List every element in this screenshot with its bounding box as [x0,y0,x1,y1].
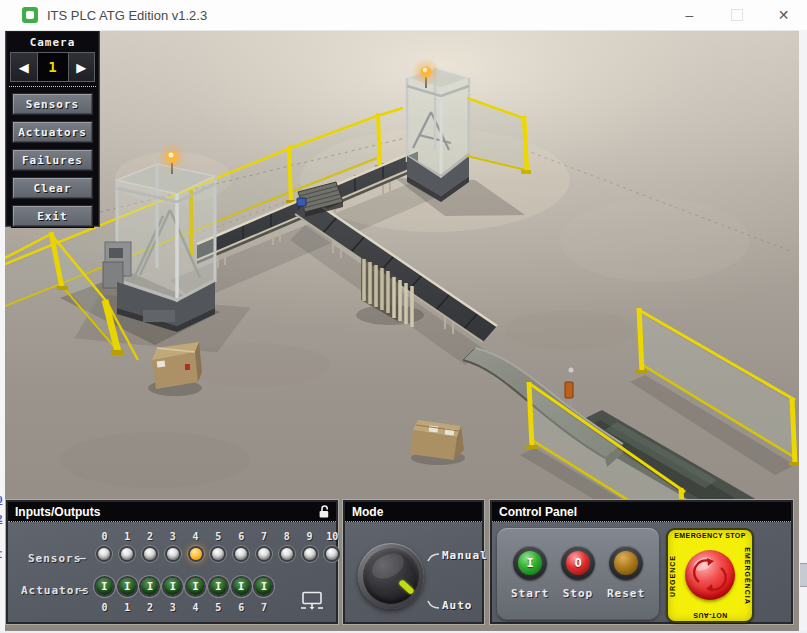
close-button[interactable]: ✕ [760,0,807,30]
reset-button[interactable] [609,546,643,580]
start-button-face: I [518,551,542,575]
sensor-number-cell: 2 [139,531,162,542]
sensor-number: 8 [284,531,290,542]
screen-output-icon[interactable] [300,591,324,614]
sensor-led-cell [253,548,276,560]
sensor-led-3[interactable] [167,548,179,560]
sensors-dash: — [79,552,86,565]
cardboard-box-center [410,420,464,460]
sensor-number-cell: 10 [321,531,344,542]
actuator-led-3[interactable]: I [164,578,181,595]
background-text-fragment: 0 [0,493,3,505]
actuator-led-0[interactable]: I [96,578,113,595]
maximize-button[interactable] [713,0,760,30]
sensor-number: 10 [326,531,338,542]
sensor-number-cell: 9 [298,531,321,542]
background-window-left-sliver: 0 2 r [0,30,5,631]
emergency-stop-plate: EMERGENCY STOP URGENCE EMERGÊNCIA NOT-AU… [666,528,754,623]
reset-button-face [614,551,638,575]
app-icon [22,7,38,23]
auto-tick-mark [427,599,440,610]
camera-panel-button-clear[interactable]: Clear [12,177,93,199]
actuator-number-cell: 4 [184,602,207,613]
sensor-led-4[interactable] [190,548,202,560]
reset-button-label: Reset [607,587,645,600]
sensor-led-0[interactable] [98,548,110,560]
mode-option-auto: Auto [442,599,473,612]
actuator-number-cell: 6 [230,602,253,613]
camera-panel-button-sensors[interactable]: Sensors [12,93,93,115]
sensor-numbers-row: 012345678910 [93,531,344,542]
sensor-number: 4 [193,531,199,542]
actuators-dash: — [79,584,86,597]
sensor-led-cell [116,548,139,560]
stop-button-label: Stop [563,587,594,600]
stop-button[interactable]: O [561,546,595,580]
right-elevator-tower [407,68,469,202]
camera-panel-button-actuators[interactable]: Actuators [12,121,93,143]
unlock-icon[interactable] [317,504,331,522]
actuator-number-cell: 5 [207,602,230,613]
control-button-group-reset: Reset [602,546,650,620]
sensor-led-cell [275,548,298,560]
actuator-led-1[interactable]: I [119,578,136,595]
left-elevator-tower [103,164,215,332]
camera-panel-buttons: SensorsActuatorsFailuresClearExit [12,93,93,233]
actuator-led-4[interactable]: I [187,578,204,595]
actuator-number-cell: 3 [161,602,184,613]
mode-knob[interactable] [358,543,424,609]
sensor-led-6[interactable] [235,548,247,560]
sensor-led-cell [93,548,116,560]
mode-title: Mode [352,505,383,519]
control-button-group-start: IStart [506,546,554,620]
actuator-led-7[interactable]: I [255,578,272,595]
sensor-number: 5 [215,531,221,542]
actuator-numbers-row: 01234567 [93,602,275,613]
background-window-right-sliver [799,30,807,631]
actuator-led-cell: I [184,578,207,595]
camera-panel-button-failures[interactable]: Failures [12,149,93,171]
mode-knob-indicator [398,579,415,595]
emergency-stop-label-top: EMERGENCY STOP [668,532,752,539]
sensor-number: 0 [101,531,107,542]
camera-next-button[interactable]: ▶ [68,53,95,81]
actuator-number-cell: 7 [253,602,276,613]
sensor-led-cell [139,548,162,560]
sensors-label: Sensors [28,552,81,565]
sensor-led-10[interactable] [326,548,338,560]
actuator-led-6[interactable]: I [233,578,250,595]
emergency-stop-arrows [685,550,735,600]
sensor-led-5[interactable] [212,548,224,560]
sensor-led-1[interactable] [121,548,133,560]
camera-prev-button[interactable]: ◀ [11,53,38,81]
inputs-outputs-title: Inputs/Outputs [15,505,100,519]
emergency-stop-button[interactable] [685,550,735,600]
actuator-number: 7 [261,602,267,613]
sensor-led-8[interactable] [281,548,293,560]
sensor-number: 9 [307,531,313,542]
window-title-bar: ITS PLC ATG Edition v1.2.3 – ✕ [0,0,807,31]
actuator-number: 3 [170,602,176,613]
sensor-number-cell: 5 [207,531,230,542]
cardboard-box-left [152,342,202,389]
sensor-led-9[interactable] [304,548,316,560]
sensor-number: 6 [238,531,244,542]
sensor-led-cell [298,548,321,560]
actuator-led-2[interactable]: I [141,578,158,595]
control-buttons-plate: IStartOStopReset [497,528,659,620]
actuator-led-cell: I [139,578,162,595]
sensor-number-cell: 8 [275,531,298,542]
sensor-led-7[interactable] [258,548,270,560]
sensor-led-2[interactable] [144,548,156,560]
sensor-number: 3 [170,531,176,542]
camera-panel-button-exit[interactable]: Exit [12,205,93,227]
start-button[interactable]: I [513,546,547,580]
sensor-leds-row [93,548,344,560]
actuator-led-5[interactable]: I [210,578,227,595]
actuator-led-cell: I [161,578,184,595]
actuator-led-cell: I [207,578,230,595]
control-panel-title: Control Panel [499,505,577,519]
emergency-stop-label-left: URGENCE [669,554,676,596]
minimize-button[interactable]: – [666,0,713,30]
start-button-label: Start [511,587,549,600]
